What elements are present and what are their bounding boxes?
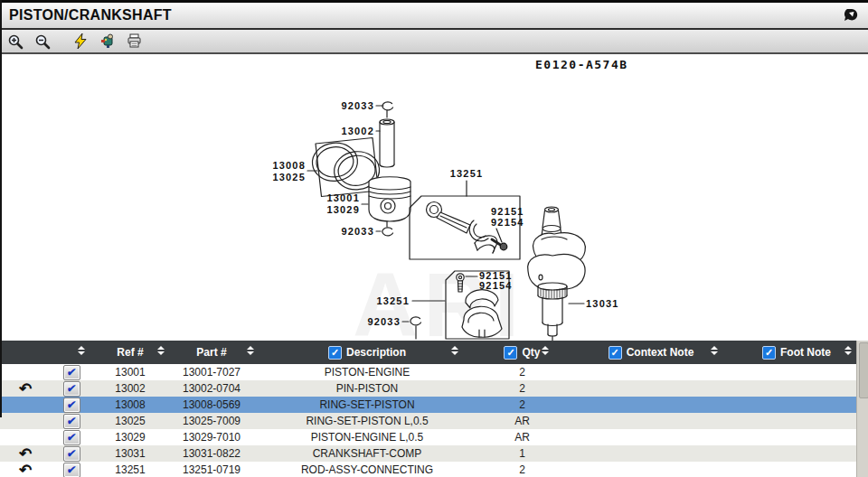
cell-ref: 13008 (92, 397, 168, 413)
cell-foot-note (737, 429, 856, 445)
check-icon: ✔ (66, 448, 77, 459)
quick-view-lightning-icon[interactable] (71, 33, 90, 51)
header-part-label: Part # (196, 346, 226, 359)
part-label[interactable]: 92154 (491, 217, 524, 228)
part-label[interactable]: 13031 (586, 298, 619, 309)
zoom-in-icon[interactable] (5, 33, 25, 51)
header-context-note-label: Context Note (627, 346, 694, 359)
print-icon[interactable] (125, 33, 145, 51)
cell-ref: 13001 (92, 364, 168, 380)
cell-part: 13001-7027 (168, 364, 255, 380)
zoom-out-icon[interactable] (33, 33, 52, 51)
row-select-checkbox[interactable]: ✔ (63, 414, 80, 429)
header-qty-label: Qty (522, 346, 540, 359)
table-row[interactable]: ↶ ✔ 13251 13251-0719 ROD-ASSY-CONNECTING… (0, 462, 856, 477)
cell-part: 13025-7009 (168, 413, 255, 429)
header-description-label: Description (346, 346, 406, 359)
cell-part: 13031-0822 (168, 445, 255, 462)
cell-description: PISTON-ENGINE (255, 364, 479, 380)
row-select-checkbox[interactable]: ✔ (63, 365, 80, 380)
drilldown-arrow-icon[interactable]: ↶ (19, 446, 32, 462)
cell-qty: 1 (479, 445, 565, 462)
diagram-toolbar (0, 30, 868, 54)
part-label[interactable]: 13001 (326, 192, 360, 203)
cell-context-note (565, 429, 737, 445)
window-left-border (0, 0, 2, 417)
cell-context-note (565, 445, 737, 462)
check-icon: ✔ (66, 432, 77, 443)
cell-ref: 13025 (92, 413, 168, 429)
row-select-checkbox[interactable]: ✔ (63, 398, 80, 413)
diagram-code: E0120-A574B (535, 58, 628, 71)
header-qty: ✓ Qty (479, 341, 565, 364)
row-select-checkbox[interactable]: ✔ (63, 381, 80, 397)
check-icon: ✔ (66, 399, 77, 410)
part-label[interactable]: 92154 (479, 280, 513, 291)
check-icon: ✔ (66, 464, 77, 475)
row-select-checkbox[interactable]: ✔ (63, 446, 80, 462)
sort-icon[interactable] (844, 346, 852, 355)
part-label[interactable]: 92033 (367, 316, 401, 327)
part-label[interactable]: 13251 (376, 295, 410, 306)
part-label[interactable]: 92033 (341, 226, 374, 237)
cell-foot-note (737, 445, 856, 462)
part-label[interactable]: 13025 (272, 172, 306, 182)
header-select-column (51, 341, 92, 364)
table-row[interactable]: ✔ 13029 13029-7010 PISTON-ENGINE L,0.5 A… (0, 429, 856, 445)
exploded-parts-diagram: ARI (0, 54, 868, 341)
sort-icon[interactable] (451, 346, 458, 355)
title-bar: PISTON/CRANKSHAFT (0, 0, 868, 30)
cell-ref: 13251 (92, 462, 168, 477)
foot-note-column-checkbox[interactable]: ✓ (762, 346, 776, 360)
description-column-checkbox[interactable]: ✓ (328, 346, 342, 360)
drilldown-arrow-icon[interactable]: ↶ (19, 463, 32, 477)
cell-description: PISTON-ENGINE L,0.5 (255, 429, 479, 445)
cell-description: PIN-PISTON (255, 380, 479, 397)
qty-column-checkbox[interactable]: ✓ (504, 346, 517, 360)
part-label[interactable]: 92151 (491, 206, 524, 217)
part-label[interactable]: 13002 (341, 126, 374, 136)
parts-assembly-icon[interactable] (98, 33, 118, 51)
table-row[interactable]: ↶ ✔ 13002 13002-0704 PIN-PISTON 2 (0, 380, 856, 397)
sort-icon[interactable] (247, 346, 254, 355)
cell-context-note (565, 462, 737, 477)
table-row[interactable]: ✔ 13001 13001-7027 PISTON-ENGINE 2 (0, 364, 856, 380)
cell-context-note (565, 364, 737, 380)
row-select-checkbox[interactable]: ✔ (63, 430, 80, 445)
header-action-column (0, 341, 51, 364)
header-ref: Ref # (92, 341, 168, 364)
cell-qty: 2 (479, 397, 565, 413)
part-label[interactable]: 13251 (450, 168, 484, 179)
cell-qty: AR (479, 413, 565, 429)
cell-ref: 13002 (92, 380, 168, 397)
cell-description: RING-SET-PISTON L,0.5 (255, 413, 479, 429)
table-row[interactable]: ✔ 13025 13025-7009 RING-SET-PISTON L,0.5… (0, 413, 856, 429)
part-label[interactable]: 13029 (326, 204, 360, 215)
context-note-column-checkbox[interactable]: ✓ (609, 346, 622, 360)
sort-icon[interactable] (542, 346, 549, 355)
part-label[interactable]: 13008 (272, 160, 306, 171)
sort-icon[interactable] (711, 346, 718, 355)
drilldown-arrow-icon[interactable]: ↶ (19, 381, 32, 397)
check-icon: ✔ (66, 416, 77, 426)
cell-foot-note (737, 397, 856, 413)
cell-description: RING-SET-PISTON (255, 397, 479, 413)
cell-foot-note (737, 462, 856, 477)
scrollbar-thumb[interactable] (859, 342, 868, 398)
table-body: ✔ 13001 13001-7027 PISTON-ENGINE 2 ↶ ✔ 1… (0, 364, 868, 477)
header-part: Part # (168, 341, 255, 364)
row-select-checkbox[interactable]: ✔ (63, 463, 80, 477)
cell-foot-note (737, 364, 856, 380)
table-row-selected[interactable]: ✔ 13008 13008-0569 RING-SET-PISTON 2 (0, 397, 856, 413)
page-flip-icon[interactable] (841, 6, 861, 24)
sort-icon[interactable] (157, 346, 165, 355)
table-row[interactable]: ↶ ✔ 13031 13031-0822 CRANKSHAFT-COMP 1 (0, 445, 856, 462)
part-label[interactable]: 92033 (341, 100, 374, 111)
cell-description: ROD-ASSY-CONNECTING (255, 462, 479, 477)
cell-description: CRANKSHAFT-COMP (255, 445, 479, 462)
check-icon: ✔ (66, 383, 77, 394)
sort-icon[interactable] (78, 346, 85, 355)
table-scrollbar[interactable] (856, 341, 868, 477)
table-header: Ref # Part # ✓ Description ✓ Qty ✓ Conte… (0, 341, 856, 364)
cell-context-note (565, 413, 737, 429)
